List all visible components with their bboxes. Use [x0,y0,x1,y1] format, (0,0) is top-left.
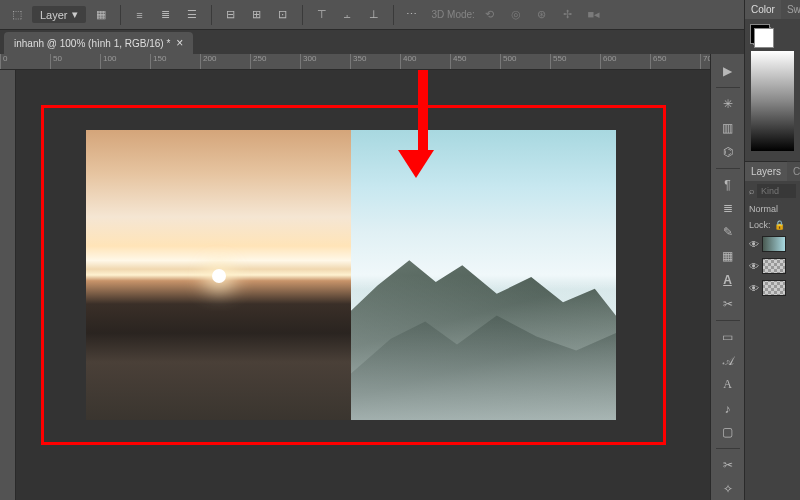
pan-icon: ⊛ [531,4,553,26]
right-panel-group: Color Sw Layers Ch ⌕ Normal Lock: 🔒 👁 👁 … [744,0,800,500]
lock-icon[interactable]: 🔒 [774,220,785,230]
type-icon[interactable]: A [715,269,741,291]
burst-icon[interactable]: ✳ [715,93,741,115]
image-left-sunset [86,130,351,420]
options-bar: ⬚ Layer▾ ▦ ≡ ≣ ☰ ⊟ ⊞ ⊡ ⊤ ⫠ ⊥ ⋯ 3D Mode: … [0,0,800,30]
scissors-icon[interactable]: ✂ [715,454,741,476]
close-icon[interactable]: × [176,36,183,50]
distribute-h1-icon[interactable]: ⊟ [220,4,242,26]
lines-icon[interactable]: ≣ [715,197,741,219]
align-top-icon[interactable]: ⊤ [311,4,333,26]
artboard[interactable] [86,130,616,420]
tab-layers[interactable]: Layers [745,161,787,181]
transform-controls-icon[interactable]: ▦ [90,4,112,26]
layer-row-3[interactable]: 👁 [745,277,800,299]
chevron-down-icon: ▾ [72,8,78,21]
document-tab[interactable]: inhanh @ 100% (hình 1, RGB/16) * × [4,32,193,54]
paragraph-icon[interactable]: ¶ [715,174,741,196]
image-right-mountains [351,130,616,420]
visibility-icon[interactable]: 👁 [749,239,759,250]
auto-select-icon[interactable]: ⬚ [6,4,28,26]
mode-3d-label: 3D Mode: [432,9,475,20]
search-icon: ⌕ [749,186,754,196]
tab-title: inhanh @ 100% (hình 1, RGB/16) * [14,38,170,49]
camera-icon: ■◂ [583,4,605,26]
align-right-icon[interactable]: ☰ [181,4,203,26]
align-left-icon[interactable]: ≡ [129,4,151,26]
layer-thumbnail [762,258,786,274]
layer-row-1[interactable]: 👁 [745,233,800,255]
sun-glow [212,269,226,283]
annotation-arrow [411,70,434,178]
layer-thumbnail [762,280,786,296]
slide-icon: ✢ [557,4,579,26]
tab-channels[interactable]: Ch [787,161,800,181]
color-slider[interactable] [751,51,794,151]
ruler-vertical[interactable] [0,70,16,500]
distribute-h3-icon[interactable]: ⊡ [272,4,294,26]
serif-a-icon[interactable]: A [715,374,741,396]
more-options-icon[interactable]: ⋯ [402,4,424,26]
layer-row-2[interactable]: 👁 [745,255,800,277]
artboard-icon[interactable]: ▢ [715,421,741,443]
layer-filter-input[interactable] [757,184,796,198]
align-bottom-icon[interactable]: ⊥ [363,4,385,26]
histogram-icon[interactable]: ⌬ [715,141,741,163]
orbit-icon: ⟲ [479,4,501,26]
lock-row: Lock: 🔒 [745,217,800,233]
visibility-icon[interactable]: 👁 [749,283,759,294]
roll-icon: ◎ [505,4,527,26]
align-center-icon[interactable]: ≣ [155,4,177,26]
distribute-h2-icon[interactable]: ⊞ [246,4,268,26]
align-panel-icon[interactable]: ▭ [715,326,741,348]
canvas-area[interactable] [16,70,710,500]
layer-filter-row: ⌕ [745,181,800,201]
ruler-horizontal[interactable]: 0501001502002503003504004505005506006507… [0,54,710,70]
glyph-a-icon[interactable]: 𝒜 [715,350,741,372]
foreground-background-swatch[interactable] [753,27,771,45]
layer-thumbnail [762,236,786,252]
tab-swatches[interactable]: Sw [781,0,800,19]
blend-mode-select[interactable]: Normal [745,201,800,217]
clip-icon[interactable]: ✂ [715,293,741,315]
collapsed-panel-dock: ▶ ✳ ▥ ⌬ ¶ ≣ ✎ ▦ A ✂ ▭ 𝒜 A ♪ ▢ ✂ ✧ [710,54,744,500]
color-panel [745,19,800,161]
visibility-icon[interactable]: 👁 [749,261,759,272]
document-tab-bar: inhanh @ 100% (hình 1, RGB/16) * × [0,30,800,54]
bars-icon[interactable]: ▥ [715,117,741,139]
swatch-icon[interactable]: ▦ [715,245,741,267]
note-icon[interactable]: ♪ [715,398,741,420]
tab-color[interactable]: Color [745,0,781,19]
play-icon[interactable]: ▶ [715,60,741,82]
layer-select[interactable]: Layer▾ [32,6,86,23]
align-middle-icon[interactable]: ⫠ [337,4,359,26]
cross-icon[interactable]: ✧ [715,478,741,500]
brush-icon[interactable]: ✎ [715,221,741,243]
